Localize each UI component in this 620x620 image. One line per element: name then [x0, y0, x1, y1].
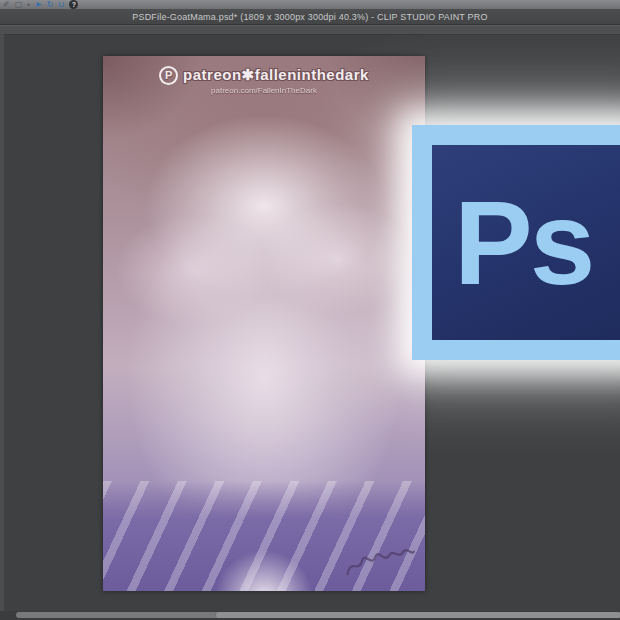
- help-icon[interactable]: ?: [69, 0, 78, 9]
- window-title: PSDFile-GoatMama.psd* (1809 x 3000px 300…: [132, 12, 487, 22]
- rotate-view-icon[interactable]: ↻: [47, 1, 54, 9]
- photoshop-logo-text: Ps: [432, 184, 592, 302]
- patreon-watermark: P patreon✱falleninthedark patreon.com/Fa…: [103, 56, 425, 104]
- photoshop-logo-inner: Ps: [432, 145, 620, 340]
- command-bar-strip: [0, 25, 620, 35]
- left-edge-strip: [0, 34, 4, 612]
- snap-magnet-icon[interactable]: U: [59, 1, 65, 9]
- scrollbar-thumb[interactable]: [215, 612, 620, 618]
- window-titlebar[interactable]: PSDFile-GoatMama.psd* (1809 x 3000px 300…: [0, 9, 620, 25]
- patreon-logo-icon: P: [159, 66, 178, 85]
- horizontal-scrollbar[interactable]: [0, 611, 620, 620]
- top-toolbar: ✐ ▢ ▪ ➤ ↻ U ?: [0, 0, 620, 9]
- document-canvas[interactable]: P patreon✱falleninthedark patreon.com/Fa…: [103, 56, 425, 591]
- app-window: ✐ ▢ ▪ ➤ ↻ U ? PSDFile-GoatMama.psd* (180…: [0, 0, 620, 620]
- patreon-brand-text: patreon✱falleninthedark: [183, 66, 369, 84]
- photoshop-logo: Ps: [412, 125, 620, 360]
- patreon-url-text: patreon.com/FallenInTheDark: [211, 86, 317, 95]
- cursor-tool-icon[interactable]: ➤: [35, 1, 42, 9]
- swatch-icon[interactable]: ▪: [27, 1, 30, 9]
- panel-toggle-icon[interactable]: ▢: [15, 1, 23, 9]
- pencil-tool-icon[interactable]: ✐: [3, 1, 10, 9]
